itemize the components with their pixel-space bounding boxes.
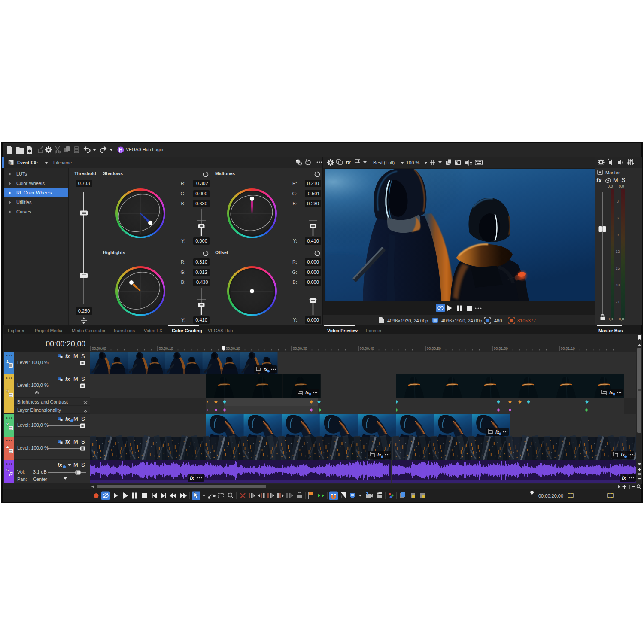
svg-text:fx: fx [609, 390, 613, 395]
svg-text:fx: fx [264, 367, 267, 372]
svg-text:fx: fx [377, 453, 381, 457]
svg-text:fx: fx [621, 453, 625, 457]
svg-text:00:00:20,00: 00:00:20,00 [538, 493, 563, 498]
svg-text:fx: fx [622, 475, 626, 480]
svg-text:fx: fx [190, 475, 194, 480]
svg-text:H: H [119, 147, 122, 152]
svg-text:fx: fx [346, 159, 351, 166]
svg-text:fx: fx [495, 430, 499, 434]
svg-text:fx: fx [11, 162, 13, 166]
svg-text:fx: fx [305, 390, 309, 395]
